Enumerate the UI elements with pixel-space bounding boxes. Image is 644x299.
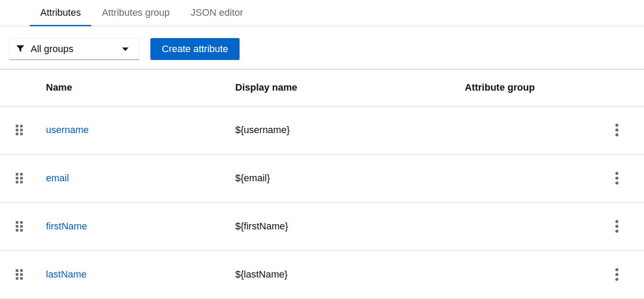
tab-label: Attributes group xyxy=(102,7,170,18)
table-header: Name Display name Attribute group xyxy=(0,70,644,106)
drag-handle[interactable] xyxy=(16,269,23,280)
toolbar: All groups Create attribute xyxy=(0,26,644,70)
filter-funnel-icon xyxy=(16,45,24,53)
caret-down-icon xyxy=(122,47,129,51)
table-row: username ${username} xyxy=(0,106,644,154)
kebab-menu-button[interactable] xyxy=(607,120,627,140)
table-row: email ${email} xyxy=(0,154,644,202)
drag-handle[interactable] xyxy=(16,221,23,232)
attribute-group-cell xyxy=(456,250,603,299)
groups-filter-dropdown[interactable]: All groups xyxy=(9,38,139,60)
attribute-name-link[interactable]: username xyxy=(46,124,89,135)
kebab-menu-icon xyxy=(615,172,619,185)
table-row: firstName ${firstName} xyxy=(0,202,644,250)
kebab-menu-icon xyxy=(615,220,619,233)
grip-drag-icon xyxy=(16,125,23,135)
column-header-attribute-group: Attribute group xyxy=(456,70,603,106)
attribute-name-link[interactable]: email xyxy=(46,172,69,183)
drag-column-header xyxy=(0,70,37,106)
grip-drag-icon xyxy=(16,221,23,232)
display-name-cell: ${username} xyxy=(226,106,456,154)
column-header-display-name: Display name xyxy=(226,70,456,106)
display-name-cell: ${lastName} xyxy=(226,250,456,299)
column-header-name: Name xyxy=(37,70,226,106)
create-attribute-button[interactable]: Create attribute xyxy=(150,38,240,60)
grip-drag-icon xyxy=(16,173,23,183)
table-row: lastName ${lastName} xyxy=(0,250,644,299)
grip-drag-icon xyxy=(16,269,23,280)
display-name-cell: ${email} xyxy=(226,154,456,202)
kebab-menu-icon xyxy=(615,123,619,137)
attribute-group-cell xyxy=(456,202,603,250)
tab-attributes[interactable]: Attributes xyxy=(30,0,91,26)
tab-attributes-group[interactable]: Attributes group xyxy=(91,0,180,26)
kebab-menu-button[interactable] xyxy=(607,217,627,236)
display-name-cell: ${firstName} xyxy=(226,202,456,250)
tab-json-editor[interactable]: JSON editor xyxy=(180,0,254,26)
kebab-menu-button[interactable] xyxy=(607,265,627,284)
attribute-name-link[interactable]: lastName xyxy=(46,269,87,280)
attribute-group-cell xyxy=(456,154,603,202)
attributes-table: Name Display name Attribute group xyxy=(0,70,644,299)
tab-label: Attributes xyxy=(40,7,81,18)
attribute-name-link[interactable]: firstName xyxy=(46,221,87,232)
tab-bar: Attributes Attributes group JSON editor xyxy=(0,0,644,26)
drag-handle[interactable] xyxy=(16,125,23,135)
kebab-menu-icon xyxy=(615,268,619,281)
drag-handle[interactable] xyxy=(16,173,23,183)
table-body: username ${username} xyxy=(0,106,644,299)
attribute-group-cell xyxy=(456,106,603,154)
actions-column-header xyxy=(603,70,644,106)
kebab-menu-button[interactable] xyxy=(607,169,627,188)
tab-label: JSON editor xyxy=(191,7,243,18)
filter-selected-value: All groups xyxy=(31,43,73,55)
